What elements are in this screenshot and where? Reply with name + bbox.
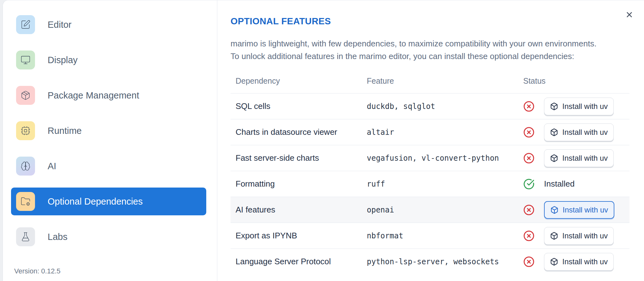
dependency-name: Fast server-side charts	[231, 145, 362, 171]
not-installed-icon	[523, 101, 535, 112]
table-row: SQL cells duckdb, sqlglot Install with u…	[231, 93, 629, 119]
brain-icon	[16, 157, 35, 176]
feature-packages: vegafusion, vl-convert-python	[362, 145, 518, 171]
not-installed-icon	[523, 127, 535, 138]
description-line-2: To unlock additional features in the mar…	[231, 50, 629, 63]
table-row: Formatting ruff Installed	[231, 171, 629, 197]
install-with-uv-button[interactable]: Install with uv	[544, 227, 614, 245]
feature-packages: duckdb, sqlglot	[362, 93, 518, 119]
feature-packages: ruff	[362, 171, 518, 197]
sidebar-item-label: Package Management	[48, 90, 139, 101]
table-row-highlighted: AI features openai Install with uv	[231, 197, 629, 223]
square-pen-icon	[16, 15, 35, 34]
optional-features-panel: OPTIONAL FEATURES marimo is lightweight,…	[217, 0, 644, 281]
sidebar-item-label: Runtime	[48, 126, 82, 136]
box-icon	[550, 258, 558, 266]
table-row: Export as IPYNB nbformat Install with uv	[231, 223, 629, 249]
column-header-status: Status	[518, 76, 629, 93]
flask-icon	[16, 227, 35, 246]
dependency-name: Export as IPYNB	[231, 223, 362, 249]
install-with-uv-button[interactable]: Install with uv	[544, 98, 614, 115]
feature-packages: python-lsp-server, websockets	[362, 249, 518, 275]
close-icon	[625, 10, 634, 19]
sidebar-item-label: Optional Dependencies	[48, 196, 143, 207]
box-icon	[550, 232, 558, 240]
page-title: OPTIONAL FEATURES	[231, 16, 629, 27]
folder-cog-icon	[16, 192, 35, 211]
install-button-label: Install with uv	[562, 257, 608, 266]
not-installed-icon	[523, 204, 535, 216]
package-icon	[16, 86, 35, 105]
install-with-uv-button[interactable]: Install with uv	[544, 149, 614, 167]
dependency-name: Language Server Protocol	[231, 249, 362, 275]
panel-description: marimo is lightweight, with few dependen…	[231, 37, 629, 63]
description-line-1: marimo is lightweight, with few dependen…	[231, 37, 629, 50]
sidebar-item-display[interactable]: Display	[11, 46, 206, 74]
sidebar-item-label: Labs	[48, 232, 67, 242]
monitor-icon	[16, 51, 35, 69]
table-row: Language Server Protocol python-lsp-serv…	[231, 249, 629, 275]
install-button-label: Install with uv	[562, 231, 608, 240]
box-icon	[550, 154, 558, 162]
installed-icon	[523, 178, 535, 190]
dependency-name: Charts in datasource viewer	[231, 119, 362, 145]
sidebar-item-labs[interactable]: Labs	[11, 223, 206, 251]
install-button-label: Install with uv	[562, 128, 608, 137]
close-button[interactable]	[624, 9, 635, 20]
version-label: Version: 0.12.5	[14, 267, 217, 275]
sidebar-item-label: Display	[48, 55, 78, 65]
install-with-uv-button[interactable]: Install with uv	[544, 253, 614, 271]
install-button-label: Install with uv	[562, 154, 608, 163]
install-button-label: Install with uv	[563, 206, 608, 214]
cpu-icon	[16, 121, 35, 140]
feature-packages: nbformat	[362, 223, 518, 249]
settings-sidebar: Editor Display Package Management Runtim…	[3, 0, 217, 281]
box-icon	[550, 206, 559, 214]
sidebar-item-package-management[interactable]: Package Management	[11, 81, 206, 109]
install-with-uv-button-focused[interactable]: Install with uv	[544, 201, 614, 219]
dependency-name: AI features	[231, 197, 362, 223]
column-header-feature: Feature	[362, 76, 518, 93]
sidebar-item-label: Editor	[48, 20, 72, 30]
dependency-name: SQL cells	[231, 93, 362, 119]
sidebar-item-editor[interactable]: Editor	[11, 11, 206, 39]
not-installed-icon	[523, 152, 535, 164]
install-with-uv-button[interactable]: Install with uv	[544, 123, 614, 141]
dependencies-table: Dependency Feature Status SQL cells duck…	[231, 76, 629, 274]
box-icon	[550, 102, 558, 111]
table-header-row: Dependency Feature Status	[231, 76, 629, 93]
not-installed-icon	[523, 230, 535, 242]
feature-packages: openai	[362, 197, 518, 223]
table-row: Charts in datasource viewer altair Insta…	[231, 119, 629, 145]
settings-dialog: Editor Display Package Management Runtim…	[3, 0, 644, 281]
installed-status-label: Installed	[544, 179, 575, 189]
sidebar-item-optional-dependencies[interactable]: Optional Dependencies	[11, 188, 206, 215]
feature-packages: altair	[362, 119, 518, 145]
sidebar-item-ai[interactable]: AI	[11, 152, 206, 180]
not-installed-icon	[523, 256, 535, 267]
dependency-name: Formatting	[231, 171, 362, 197]
sidebar-item-label: AI	[48, 161, 56, 171]
column-header-dependency: Dependency	[231, 76, 362, 93]
install-button-label: Install with uv	[562, 102, 608, 111]
box-icon	[550, 128, 558, 136]
sidebar-item-runtime[interactable]: Runtime	[11, 117, 206, 145]
table-row: Fast server-side charts vegafusion, vl-c…	[231, 145, 629, 171]
